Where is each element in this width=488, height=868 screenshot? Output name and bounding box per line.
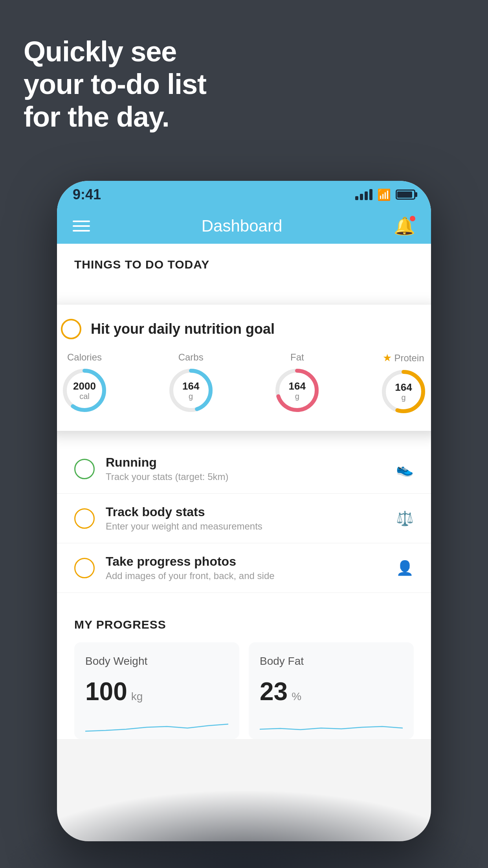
wifi-icon: 📶 [377,188,391,201]
headline-line2: your to-do list [24,68,206,101]
photos-sub: Add images of your front, back, and side [106,570,385,581]
carbs-value: 164 [182,381,199,392]
running-title: Running [106,455,385,470]
calories-unit: cal [73,392,96,400]
body-fat-card[interactable]: Body Fat 23 % [249,642,414,739]
hamburger-menu[interactable] [73,221,90,232]
body-stats-icon: ⚖️ [396,510,414,527]
body-fat-title: Body Fat [260,655,403,668]
body-fat-unit: % [292,690,301,703]
status-time: 9:41 [73,186,101,203]
headline-line1: Quickly see [24,35,206,68]
running-sub: Track your stats (target: 5km) [106,471,385,482]
body-weight-sparkline [85,715,228,739]
body-weight-value: 100 [85,677,127,706]
headline: Quickly see your to-do list for the day. [24,35,206,133]
battery-icon [396,189,415,200]
body-weight-unit: kg [131,690,143,703]
nutrition-card-title: Hit your daily nutrition goal [91,321,275,337]
running-icon: 👟 [396,461,414,477]
app-content: THINGS TO DO TODAY Hit your daily nutrit… [57,244,431,739]
carbs-label: Carbs [178,352,204,363]
signal-icon [355,189,372,200]
body-fat-sparkline [260,715,403,739]
nutrition-carbs: Carbs 164 g [167,352,215,415]
photos-icon: 👤 [396,560,414,576]
todo-running[interactable]: Running Track your stats (target: 5km) 👟 [57,444,431,494]
todo-body-stats[interactable]: Track body stats Enter your weight and m… [57,494,431,543]
nav-title: Dashboard [202,217,282,235]
protein-star-icon: ★ [383,352,392,364]
nutrition-fat: Fat 164 g [273,352,321,415]
calories-label: Calories [67,352,102,363]
notification-bell[interactable]: 🔔 [394,216,415,236]
protein-unit: g [395,393,412,401]
protein-label: Protein [394,353,424,364]
progress-header: MY PROGRESS [74,618,414,631]
nutrition-calories: Calories 2000 cal [61,352,108,415]
fat-value: 164 [289,381,306,392]
nav-bar: Dashboard 🔔 [57,208,431,244]
fat-label: Fat [290,352,304,363]
todo-progress-photos[interactable]: Take progress photos Add images of your … [57,543,431,593]
photos-title: Take progress photos [106,554,385,569]
body-stats-title: Track body stats [106,505,385,519]
nutrition-row: Calories 2000 cal Carbs [61,352,427,415]
calories-value: 2000 [73,381,96,392]
carbs-unit: g [182,392,199,400]
nutrition-card: Hit your daily nutrition goal Calories 2… [57,305,431,431]
protein-value: 164 [395,382,412,393]
headline-line3: for the day. [24,101,206,133]
notification-dot [410,216,415,221]
nutrition-protein: ★ Protein 164 g [380,352,427,415]
things-section-header: THINGS TO DO TODAY [57,244,431,279]
body-stats-circle [74,508,95,529]
status-icons: 📶 [355,188,415,201]
nutrition-check-circle[interactable] [61,319,81,339]
fat-unit: g [289,392,306,400]
body-stats-sub: Enter your weight and measurements [106,521,385,532]
status-bar: 9:41 📶 [57,181,431,208]
running-circle [74,459,95,479]
body-fat-value: 23 [260,677,288,706]
progress-cards: Body Weight 100 kg Body Fat 23 [74,642,414,739]
phone-frame: 9:41 📶 Dashboard 🔔 THINGS TO DO TOD [57,181,431,841]
photos-circle [74,558,95,578]
bg-shadow [0,789,488,868]
body-weight-title: Body Weight [85,655,228,668]
body-weight-card[interactable]: Body Weight 100 kg [74,642,239,739]
progress-section: MY PROGRESS Body Weight 100 kg [57,601,431,739]
